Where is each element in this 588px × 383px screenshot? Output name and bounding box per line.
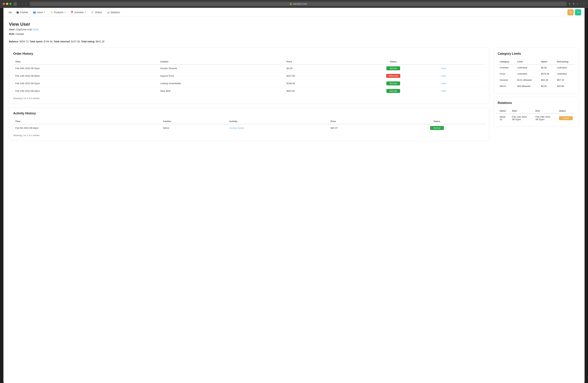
order-history-card: Order History Time Cashier Price Status <box>9 48 489 104</box>
users-chevron-icon: ▼ <box>44 11 45 13</box>
new-tab-icon[interactable]: + <box>577 2 578 5</box>
view-link[interactable]: View <box>441 90 446 92</box>
col-time: Time <box>13 59 158 64</box>
cat-category: Food <box>498 71 515 77</box>
settings-icon: ⚙ <box>569 11 572 14</box>
forward-button[interactable]: › <box>25 2 28 6</box>
cat-col-remaining: Remaining <box>555 59 575 64</box>
nav-logo[interactable]: tab <box>7 10 14 15</box>
cat-spent: $576.91 <box>539 71 555 77</box>
rot-col-name: Name <box>498 108 510 114</box>
cat-limit: $131.48/week <box>515 77 539 83</box>
cat-col-spent: Spent <box>539 59 555 64</box>
order-price: $442.92 <box>284 87 347 95</box>
cat-limit: Unlimited <box>515 71 539 77</box>
order-view[interactable]: View <box>439 87 485 95</box>
table-row: Week #2 Feb 12th 2022 08:31pm Feb 19th 2… <box>498 114 575 122</box>
order-price: $148.48 <box>284 80 347 87</box>
activity-link[interactable]: Hockey Game <box>229 127 244 129</box>
rot-col-end: End <box>533 108 557 114</box>
nav-item-users[interactable]: 👥 Users ▼ <box>31 10 47 15</box>
maximize-button[interactable] <box>9 3 11 5</box>
view-link[interactable]: View <box>441 67 446 70</box>
order-view[interactable]: View <box>439 72 485 80</box>
table-row: Food Unlimited $576.91 Unlimited <box>498 71 575 77</box>
page-title: View User <box>9 21 579 27</box>
browser-actions: ↻ ⬆ + ⋮⋮ <box>569 2 585 5</box>
act-cashier: Demo <box>161 124 227 132</box>
table-row: Feb 6th 2022 08:32pm Demo Hockey Game $4… <box>13 124 485 132</box>
total-spent-value: $748.36 <box>44 40 52 43</box>
act-status: Normal <box>389 124 485 132</box>
act-activity[interactable]: Hockey Game <box>227 124 329 132</box>
reload-icon[interactable]: ↻ <box>569 2 571 5</box>
cat-spent: $0.00 <box>539 64 555 71</box>
share-icon[interactable]: ⬆ <box>573 2 575 5</box>
cashier-icon: 🎬 <box>16 11 19 14</box>
order-time: Feb 15th 2022 08:31pm <box>13 64 158 72</box>
cat-remaining: Unlimited <box>555 71 575 77</box>
status-badge: Future <box>559 116 573 120</box>
view-link[interactable]: View <box>441 82 446 85</box>
col-status: Status <box>347 59 439 64</box>
role-value: Camper <box>16 33 24 35</box>
cat-remaining: $67.10 <box>555 77 575 83</box>
nav-item-orders[interactable]: 🛒 Orders <box>89 10 104 15</box>
order-cashier: Nina Wolf <box>158 87 284 95</box>
address-bar[interactable]: 🔒 tabreborn.test <box>30 2 567 6</box>
activities-icon: 📅 <box>71 11 73 14</box>
page-financials: Balance: $259.73, Total spent: $748.36, … <box>9 40 579 43</box>
cat-remaining: $20.86 <box>555 83 575 89</box>
settings-button[interactable]: ⚙ <box>567 9 574 15</box>
table-row: Feb 15th 2022 08:31pm Gordon Denesik $3.… <box>13 64 485 72</box>
url-text: tabreborn.test <box>293 2 307 5</box>
products-icon: 🏷️ <box>50 11 53 14</box>
nav-item-statistics[interactable]: 📊 Statistics <box>105 10 122 15</box>
balance-label: Balance: <box>9 40 19 43</box>
total-owing-value: $641.28 <box>96 40 105 43</box>
nav-statistics-label: Statistics <box>110 11 120 14</box>
order-status: Returned <box>347 72 439 80</box>
cat-spent: $64.38 <box>539 77 555 83</box>
nav-activities-label: Activities <box>74 11 84 14</box>
table-row: Feb 13th 2022 08:32pm Nina Wolf $442.92 … <box>13 87 485 95</box>
order-cashier: Gordon Denesik <box>158 64 284 72</box>
order-time: Feb 13th 2022 08:32pm <box>13 87 158 95</box>
act-price: $44.37 <box>328 124 389 132</box>
rot-end: Feb 19th 2022 08:31pm <box>533 114 557 122</box>
balance-value: $259.73 <box>20 40 28 43</box>
close-button[interactable] <box>3 3 5 5</box>
nav-users-label: Users <box>37 11 43 14</box>
nav-cashier-label: Cashier <box>20 11 28 14</box>
orders-icon: 🛒 <box>91 11 94 14</box>
grid-icon[interactable]: ⋮⋮ <box>580 2 585 5</box>
sidebar-toggle[interactable]: □ <box>14 2 17 6</box>
cat-col-category: Category <box>498 59 515 64</box>
order-view[interactable]: View <box>439 80 485 87</box>
view-link[interactable]: View <box>441 75 446 77</box>
page-meta: Role: Camper <box>9 33 579 35</box>
activity-history-card: Activity History Time Cashier Activity P… <box>9 107 489 141</box>
col-cashier: Cashier <box>158 59 284 64</box>
rotations-title: Rotations <box>498 101 575 105</box>
back-button[interactable]: ‹ <box>21 2 23 6</box>
order-view[interactable]: View <box>439 64 485 72</box>
cat-category: General <box>498 77 515 83</box>
minimize-button[interactable] <box>6 3 8 5</box>
logout-icon: ↪ <box>577 11 579 14</box>
act-col-cashier: Cashier <box>161 119 227 124</box>
table-row: Merch $20.86/week $0.00 $20.86 <box>498 83 575 89</box>
order-history-title: Order History <box>13 52 485 56</box>
edit-link[interactable]: (Edit) <box>33 28 39 31</box>
order-history-showing: Showing 1 to 4 of 4 entries <box>13 97 485 100</box>
logout-button[interactable]: ↪ <box>575 9 581 15</box>
nav-item-cashier[interactable]: 🎬 Cashier <box>14 10 30 15</box>
rot-col-status: Status <box>557 108 575 114</box>
order-status: Normal <box>347 87 439 95</box>
nav-item-activities[interactable]: 📅 Activities ▼ <box>69 10 88 15</box>
table-row: Activities Unlimited $0.00 Unlimited <box>498 64 575 71</box>
top-nav: tab 🎬 Cashier 👥 Users ▼ 🏷️ Products ▼ 📅 … <box>3 8 585 17</box>
nav-item-products[interactable]: 🏷️ Products ▼ <box>48 10 68 15</box>
category-limits-table: Category Limit Spent Remaining Activitie… <box>498 59 575 89</box>
user-name: Daphnee Kub <box>16 28 32 31</box>
